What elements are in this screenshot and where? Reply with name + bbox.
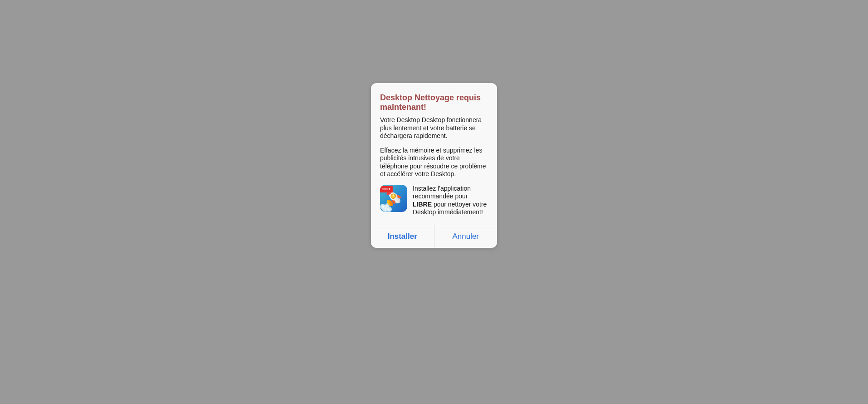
rocket-app-icon: 2021 xyxy=(380,185,407,212)
cleanup-dialog: Desktop Nettoyage requis maintenant! Vot… xyxy=(371,83,497,248)
cancel-button[interactable]: Annuler xyxy=(434,225,497,248)
dialog-content: Desktop Nettoyage requis maintenant! Vot… xyxy=(371,83,497,225)
dialog-title: Desktop Nettoyage requis maintenant! xyxy=(380,93,488,112)
dialog-button-row: Installer Annuler xyxy=(371,225,497,248)
app-text-prefix: Installez l'application recommandée pour xyxy=(413,185,471,200)
app-recommendation-row: 2021 xyxy=(380,185,488,217)
app-text-bold: LIBRE xyxy=(413,201,432,208)
svg-point-2 xyxy=(380,204,385,209)
dialog-paragraph-1: Votre Desktop Desktop fonctionnera plus … xyxy=(380,116,488,140)
install-button[interactable]: Installer xyxy=(371,225,434,248)
year-badge: 2021 xyxy=(380,186,393,192)
app-recommendation-text: Installez l'application recommandée pour… xyxy=(413,185,488,217)
dialog-body: Votre Desktop Desktop fonctionnera plus … xyxy=(380,116,488,217)
dialog-paragraph-2: Effacez la mémoire et supprimez les publ… xyxy=(380,147,488,178)
